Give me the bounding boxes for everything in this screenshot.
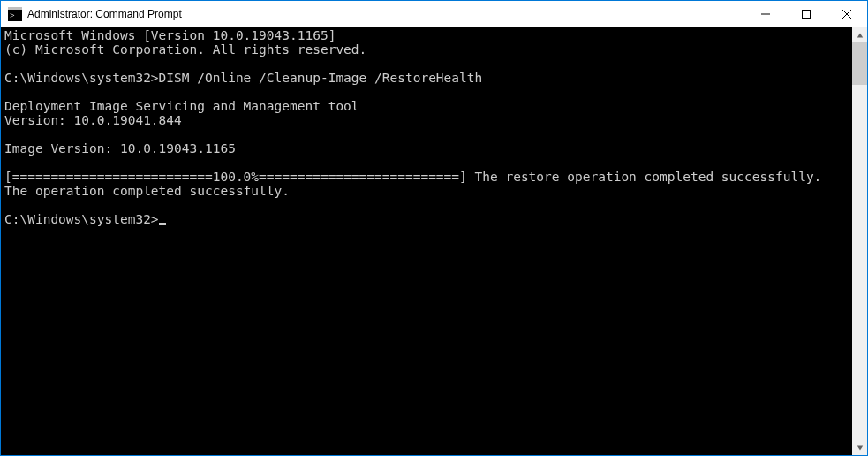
- terminal-line: Deployment Image Servicing and Managemen…: [4, 99, 852, 113]
- terminal-line: Image Version: 10.0.19043.1165: [4, 141, 852, 156]
- terminal-line: [4, 156, 852, 170]
- cursor: [159, 223, 166, 225]
- terminal-line: Microsoft Windows [Version 10.0.19043.11…: [4, 28, 852, 42]
- svg-rect-4: [803, 11, 811, 19]
- client-area: Microsoft Windows [Version 10.0.19043.11…: [1, 27, 867, 455]
- scrollbar-thumb[interactable]: [852, 42, 867, 85]
- terminal-line: Version: 10.0.19041.844: [4, 113, 852, 127]
- vertical-scrollbar[interactable]: [852, 27, 867, 455]
- scrollbar-track[interactable]: [852, 42, 867, 440]
- terminal-line: [4, 85, 852, 99]
- close-button[interactable]: [826, 1, 867, 27]
- terminal-line: [4, 57, 852, 71]
- terminal-line: The operation completed successfully.: [4, 184, 852, 198]
- terminal-line: (c) Microsoft Corporation. All rights re…: [4, 42, 852, 57]
- cmd-icon: >: [8, 7, 22, 21]
- svg-text:>: >: [10, 11, 15, 20]
- prompt-text: C:\Windows\system32>: [4, 212, 159, 226]
- terminal-line: C:\Windows\system32>DISM /Online /Cleanu…: [4, 71, 852, 85]
- terminal-prompt-line: C:\Windows\system32>: [4, 212, 852, 226]
- terminal-line: [4, 198, 852, 212]
- terminal-line: [==========================100.0%=======…: [4, 170, 852, 184]
- window-title: Administrator: Command Prompt: [27, 8, 182, 20]
- terminal-output[interactable]: Microsoft Windows [Version 10.0.19043.11…: [1, 27, 852, 455]
- terminal-line: [4, 127, 852, 141]
- scroll-down-button[interactable]: [852, 440, 867, 455]
- minimize-button[interactable]: [745, 1, 786, 27]
- titlebar[interactable]: > Administrator: Command Prompt: [1, 1, 867, 27]
- maximize-button[interactable]: [786, 1, 826, 27]
- svg-rect-1: [8, 7, 22, 10]
- scroll-up-button[interactable]: [852, 27, 867, 42]
- svg-rect-3: [761, 14, 770, 15]
- command-prompt-window: > Administrator: Command Prompt Microsof…: [0, 0, 868, 456]
